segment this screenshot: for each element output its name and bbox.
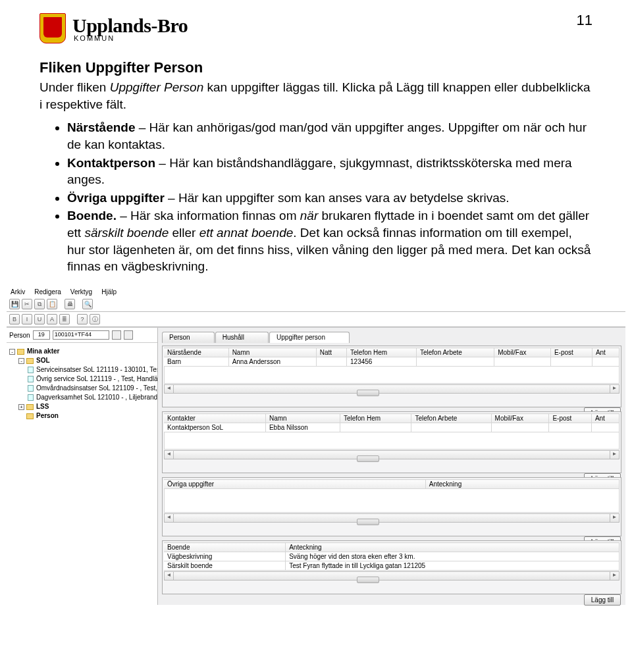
hscrollbar[interactable]: ◄► [164,450,619,459]
bold-icon[interactable]: B [9,314,20,324]
col-header[interactable]: Kontakter [164,414,265,423]
col-header[interactable]: Anteckning [286,543,619,552]
table-row[interactable]: Särskilt boendeTest Fyran flyttade in ti… [164,561,619,571]
panel-ovriga: Övriga uppgifterAnteckning◄►Lägg till [162,477,621,536]
panel-narstaende: NärståendeNamnNattTelefon HemTelefon Arb… [162,346,621,407]
tree-item[interactable]: Serviceinsatser SoL 121119 - 130101, Tes… [9,365,155,375]
clear-icon[interactable] [124,330,133,340]
save-icon[interactable]: 💾 [9,299,20,309]
hscrollbar[interactable]: ◄► [164,571,619,581]
app-screenshot: ArkivRedigeraVerktygHjälp 💾✂⧉📋🖶🔍 BIUA≣?ⓘ… [7,287,625,605]
menu-verktyg[interactable]: Verktyg [70,288,92,296]
italic-icon[interactable]: I [22,314,32,324]
tab-strip: PersonHushållUppgifter person [162,332,621,343]
copy-icon[interactable]: ⧉ [34,299,45,309]
col-header[interactable]: Boende [164,543,286,552]
tree-item[interactable]: Dagverksamhet SoL 121010 - , Liljebrand,… [9,393,155,402]
col-header[interactable]: Telefon Hem [347,348,417,357]
person-label: Person [9,332,30,339]
tree-item[interactable]: -Mina akter [9,347,155,356]
person-num-input[interactable]: 19 [33,330,50,340]
logo-title: Upplands-Bro [72,14,188,37]
col-header[interactable]: Anteckning [425,480,619,489]
left-pane: Person 19 100101+TF44 -Mina akter-SOLSer… [7,328,158,605]
page-number: 11 [577,12,592,29]
bullet-item: Boende. – Här ska information finnas om … [67,207,592,275]
table-row[interactable]: VägbeskrivningSväng höger vid den stora … [164,552,619,561]
col-header[interactable]: Ant [591,414,619,423]
col-header[interactable]: Mobil/Fax [491,414,549,423]
tab-uppgifter-person[interactable]: Uppgifter person [269,332,350,343]
person-search-row: Person 19 100101+TF44 [7,328,157,343]
add-button-boende[interactable]: Lägg till [584,594,621,606]
tree-item[interactable]: Omvårdnadsinsatser SoL 121109 - , Test, … [9,384,155,393]
panel-boende: BoendeAnteckningVägbeskrivningSväng höge… [162,540,621,594]
table-row[interactable]: BarnAnna Andersson123456 [164,357,619,367]
col-header[interactable]: Telefon Hem [340,414,411,423]
col-header[interactable]: Telefon Arbete [411,414,491,423]
col-header[interactable]: Ant [592,348,619,357]
bullet-list: Närstående – Här kan anhörigas/god man/g… [40,119,592,275]
right-pane: PersonHushållUppgifter person Närstående… [158,328,625,605]
tree-item[interactable]: Övrig service SoL 121119 - , Test, Handl… [9,375,155,384]
section-heading: Fliken Uppgifter Person [40,59,592,76]
tab-person[interactable]: Person [162,332,215,343]
help-icon[interactable]: ? [77,314,88,324]
bullet-item: Närstående – Här kan anhörigas/god man/g… [67,119,592,153]
color-icon[interactable]: A [47,314,57,324]
intro-paragraph: Under fliken Uppgifter Person kan uppgif… [40,79,592,113]
print-icon[interactable]: 🖶 [65,299,75,309]
menubar: ArkivRedigeraVerktygHjälp [7,287,625,297]
toolbar-2: BIUA≣?ⓘ [7,312,625,327]
bullet-item: Kontaktperson – Här kan biståndshandlägg… [67,155,592,188]
tab-hushåll[interactable]: Hushåll [215,332,269,343]
logo: Upplands-Bro KOMMUN [40,13,592,43]
person-id-input[interactable]: 100101+TF44 [53,330,109,340]
col-header[interactable]: Natt [316,348,346,357]
hscrollbar[interactable]: ◄► [164,384,619,394]
search-icon[interactable] [112,330,121,340]
find-icon[interactable]: 🔍 [82,299,93,309]
col-header[interactable]: E-post [549,414,591,423]
crest-icon [40,13,66,43]
col-header[interactable]: Namn [265,414,340,423]
tree-item[interactable]: +Person [9,411,155,421]
menu-redigera[interactable]: Redigera [34,288,61,296]
menu-arkiv[interactable]: Arkiv [11,288,25,296]
table-row[interactable]: Kontaktperson SoLEbba Nilsson [164,423,619,432]
grid-narstaende[interactable]: NärståendeNamnNattTelefon HemTelefon Arb… [164,348,619,367]
paste-icon[interactable]: 📋 [47,299,57,309]
panel-kontakter: KontakterNamnTelefon HemTelefon ArbeteMo… [162,411,621,473]
toolbar: 💾✂⧉📋🖶🔍 [7,297,625,312]
grid-ovriga[interactable]: Övriga uppgifterAnteckning [164,479,619,489]
col-header[interactable]: Närstående [164,348,228,357]
col-header[interactable]: Telefon Arbete [416,348,494,357]
col-header[interactable]: E-post [550,348,592,357]
tree-item[interactable]: +LSS [9,402,155,411]
underline-icon[interactable]: U [34,314,45,324]
grid-boende[interactable]: BoendeAnteckningVägbeskrivningSväng höge… [164,542,619,571]
bullet-item: Övriga uppgifter – Här kan uppgifter som… [67,190,592,207]
info-icon[interactable]: ⓘ [90,314,100,324]
menu-hjälp[interactable]: Hjälp [101,288,117,296]
list-icon[interactable]: ≣ [59,314,70,324]
col-header[interactable]: Namn [228,348,316,357]
col-header[interactable]: Mobil/Fax [494,348,551,357]
cut-icon[interactable]: ✂ [22,299,32,309]
tree-view[interactable]: -Mina akter-SOLServiceinsatser SoL 12111… [7,343,157,425]
hscrollbar[interactable]: ◄► [164,513,619,523]
col-header[interactable]: Övriga uppgifter [164,480,425,489]
grid-kontakter[interactable]: KontakterNamnTelefon HemTelefon ArbeteMo… [164,413,619,432]
tree-item[interactable]: -SOL [9,356,155,365]
